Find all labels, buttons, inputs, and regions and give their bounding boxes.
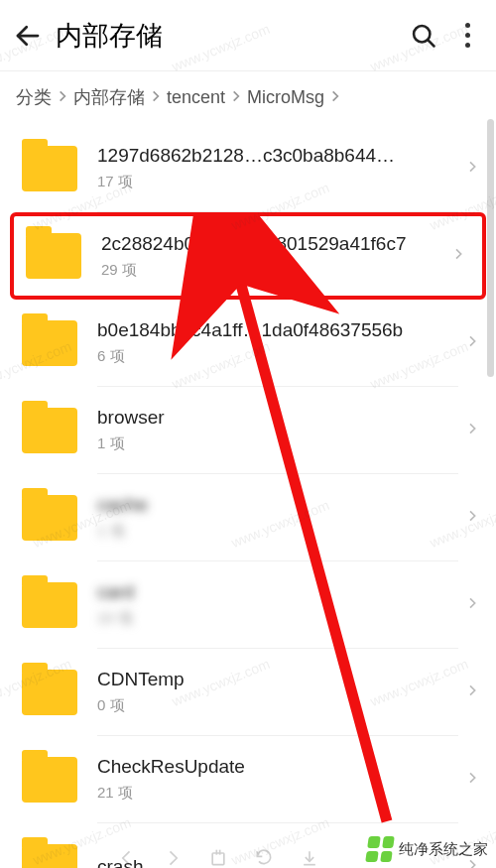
folder-name: 1297d6862b2128…c3c0ba8b644d72 xyxy=(97,145,405,167)
folder-name: card xyxy=(97,581,405,603)
folder-name: CDNTemp xyxy=(97,669,405,690)
folder-body: card10 项 xyxy=(97,561,458,649)
folder-icon xyxy=(22,757,77,803)
folder-name: browser xyxy=(97,407,405,429)
folder-sub: 1 项 xyxy=(97,522,458,541)
folder-list: 1297d6862b2128…c3c0ba8b644d7217 项2c28824… xyxy=(0,125,496,868)
folder-name: 2c28824b0935ab…5801529a41f6c7 xyxy=(101,233,409,255)
folder-sub: 6 项 xyxy=(97,347,458,366)
folder-body: cache1 项 xyxy=(97,474,458,561)
folder-sub: 17 项 xyxy=(97,173,458,191)
chevron-right-icon xyxy=(450,246,466,266)
folder-row[interactable]: browser1 项 xyxy=(0,387,496,474)
folder-icon xyxy=(22,320,77,366)
folder-row[interactable]: CheckResUpdate21 项 xyxy=(0,736,496,823)
folder-body: b0e184bbdc4a1ff…1da0f48637556b6 项 xyxy=(97,300,458,387)
chevron-right-icon xyxy=(229,87,243,108)
folder-sub: 21 项 xyxy=(97,784,458,803)
chevron-right-icon xyxy=(464,682,480,702)
folder-icon xyxy=(22,495,77,541)
folder-body: browser1 项 xyxy=(97,387,458,474)
brand-name: 纯净系统之家 xyxy=(399,840,488,859)
chevron-right-icon xyxy=(464,595,480,615)
breadcrumb: 分类 内部存储 tencent MicroMsg xyxy=(0,71,496,125)
svg-line-2 xyxy=(429,40,434,46)
logo-icon xyxy=(365,836,395,862)
breadcrumb-item[interactable]: MicroMsg xyxy=(247,87,324,108)
page-title: 内部存储 xyxy=(56,18,410,54)
breadcrumb-item[interactable]: 内部存储 xyxy=(73,85,145,109)
chevron-right-icon xyxy=(328,87,342,108)
folder-sub: 0 项 xyxy=(97,696,458,715)
folder-row[interactable]: cache1 项 xyxy=(0,474,496,561)
search-icon[interactable] xyxy=(410,22,437,50)
chevron-right-icon xyxy=(464,333,480,353)
chevron-right-icon xyxy=(464,508,480,528)
folder-row[interactable]: 1297d6862b2128…c3c0ba8b644d7217 项 xyxy=(0,125,496,212)
app-header: 内部存储 xyxy=(0,0,496,71)
folder-row[interactable]: 2c28824b0935ab…5801529a41f6c729 项 xyxy=(10,212,486,300)
folder-body: CDNTemp0 项 xyxy=(97,649,458,736)
toolbar-ghost xyxy=(117,848,319,868)
folder-icon xyxy=(22,670,77,715)
folder-name: CheckResUpdate xyxy=(97,756,405,778)
menu-button[interactable] xyxy=(461,19,474,52)
folder-body: 2c28824b0935ab…5801529a41f6c729 项 xyxy=(101,216,444,296)
brand-logo: 纯净系统之家 xyxy=(367,836,488,862)
chevron-right-icon xyxy=(464,770,480,790)
folder-sub: 1 项 xyxy=(97,434,458,453)
folder-icon xyxy=(26,233,81,279)
folder-sub: 10 项 xyxy=(97,609,458,628)
folder-icon xyxy=(22,844,77,868)
folder-body: 1297d6862b2128…c3c0ba8b644d7217 项 xyxy=(97,125,458,212)
breadcrumb-item[interactable]: tencent xyxy=(167,87,225,108)
back-button[interactable] xyxy=(12,20,44,52)
folder-row[interactable]: card10 项 xyxy=(0,561,496,649)
folder-name: cache xyxy=(97,494,405,516)
chevron-right-icon xyxy=(56,87,69,108)
chevron-right-icon xyxy=(464,421,480,440)
folder-row[interactable]: CDNTemp0 项 xyxy=(0,649,496,736)
scrollbar[interactable] xyxy=(487,119,494,377)
folder-icon xyxy=(22,408,77,453)
folder-sub: 29 项 xyxy=(101,261,444,280)
folder-icon xyxy=(22,582,77,628)
folder-row[interactable]: b0e184bbdc4a1ff…1da0f48637556b6 项 xyxy=(0,300,496,387)
folder-name: b0e184bbdc4a1ff…1da0f48637556b xyxy=(97,319,405,341)
chevron-right-icon xyxy=(149,87,163,108)
folder-icon xyxy=(22,146,77,191)
svg-rect-4 xyxy=(212,853,224,865)
chevron-right-icon xyxy=(464,159,480,179)
breadcrumb-item[interactable]: 分类 xyxy=(16,85,52,109)
folder-body: CheckResUpdate21 项 xyxy=(97,736,458,823)
